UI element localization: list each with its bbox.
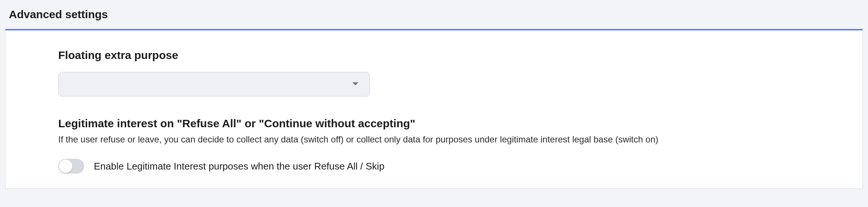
floating-purpose-select[interactable] [58,72,370,96]
panel-title: Advanced settings [0,0,868,29]
floating-purpose-heading: Floating extra purpose [58,49,829,62]
legitimate-interest-toggle[interactable] [58,159,84,174]
legitimate-interest-toggle-label: Enable Legitimate Interest purposes when… [94,161,384,172]
legitimate-interest-toggle-row: Enable Legitimate Interest purposes when… [58,159,829,174]
advanced-settings-panel: Floating extra purpose Legitimate intere… [5,29,863,189]
legitimate-interest-description: If the user refuse or leave, you can dec… [58,134,829,145]
legitimate-interest-heading: Legitimate interest on "Refuse All" or "… [58,117,829,130]
floating-purpose-select-wrap [58,72,370,96]
toggle-knob [59,160,72,173]
